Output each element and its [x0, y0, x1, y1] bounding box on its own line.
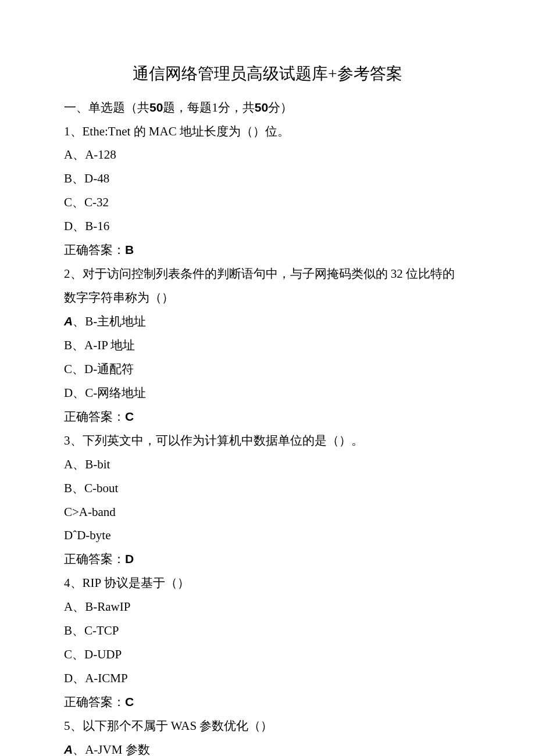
q2-option-c: C、D-通配符 [64, 357, 471, 381]
q3-stem: 3、下列英文中，可以作为计算机中数据单位的是（）。 [64, 429, 471, 453]
section-mid1: 题，每题 [163, 101, 212, 114]
q5-stem: 5、以下那个不属于 WAS 参数优化（） [64, 714, 471, 738]
q1-answer-value: B [125, 243, 134, 256]
q2-option-d: D、C-网络地址 [64, 381, 471, 405]
page-title: 通信网络管理员高级试题库+参考答案 [64, 58, 471, 90]
q4-answer: 正确答案：C [64, 690, 471, 714]
q1-answer: 正确答案：B [64, 238, 471, 262]
q1-option-a: A、A-128 [64, 143, 471, 167]
section-header: 一、单选题（共50题，每题1分，共50分） [64, 96, 471, 120]
q2-stem-line1: 2、对于访问控制列表条件的判断语句中，与子网掩码类似的 32 位比特的 [64, 262, 471, 286]
q3-option-a: A、B-bit [64, 453, 471, 476]
q4-answer-label: 正确答案： [64, 695, 125, 709]
q4-option-c: C、D-UDP [64, 643, 471, 667]
q5-option-a: A、A-JVM 参数 [64, 738, 471, 756]
q2-answer: 正确答案：C [64, 405, 471, 429]
q2-option-b: B、A-IP 地址 [64, 334, 471, 357]
q3-answer-label: 正确答案： [64, 552, 125, 566]
q1-answer-label: 正确答案： [64, 243, 125, 257]
q4-option-b: B、C-TCP [64, 619, 471, 643]
q2-answer-label: 正确答案： [64, 410, 125, 424]
q4-option-d: D、A-ICMP [64, 667, 471, 690]
q1-option-d: D、B-16 [64, 214, 471, 238]
q1-option-b: B、D-48 [64, 167, 471, 191]
q4-answer-value: C [125, 695, 134, 708]
q3-answer-value: D [125, 552, 134, 565]
section-points: 1 [212, 101, 218, 114]
q2-option-a-rest: 、B-主机地址 [73, 314, 146, 328]
q2-option-a: A、B-主机地址 [64, 310, 471, 334]
q3-option-d: DˆD-byte [64, 524, 471, 547]
q1-option-c: C、C-32 [64, 191, 471, 214]
section-count2: 50 [255, 101, 268, 114]
q5-option-a-rest: 、A-JVM 参数 [73, 743, 149, 756]
q5-option-a-letter: A [64, 743, 73, 756]
q3-answer: 正确答案：D [64, 547, 471, 571]
q1-stem: 1、Ethe:Tnet 的 MAC 地址长度为（）位。 [64, 120, 471, 144]
q3-option-b: B、C-bout [64, 476, 471, 500]
q2-stem-line2: 数字字符串称为（） [64, 286, 471, 310]
section-prefix: 一、单选题（共 [64, 101, 149, 114]
q3-option-c: C>A-band [64, 500, 471, 524]
section-count1: 50 [149, 101, 163, 114]
q2-answer-value: C [125, 410, 134, 423]
q4-stem: 4、RIP 协议是基于（） [64, 571, 471, 595]
q4-option-a: A、B-RawIP [64, 595, 471, 619]
section-mid2: 分，共 [218, 101, 255, 114]
section-suffix: 分） [268, 101, 293, 114]
q2-option-a-letter: A [64, 314, 73, 328]
